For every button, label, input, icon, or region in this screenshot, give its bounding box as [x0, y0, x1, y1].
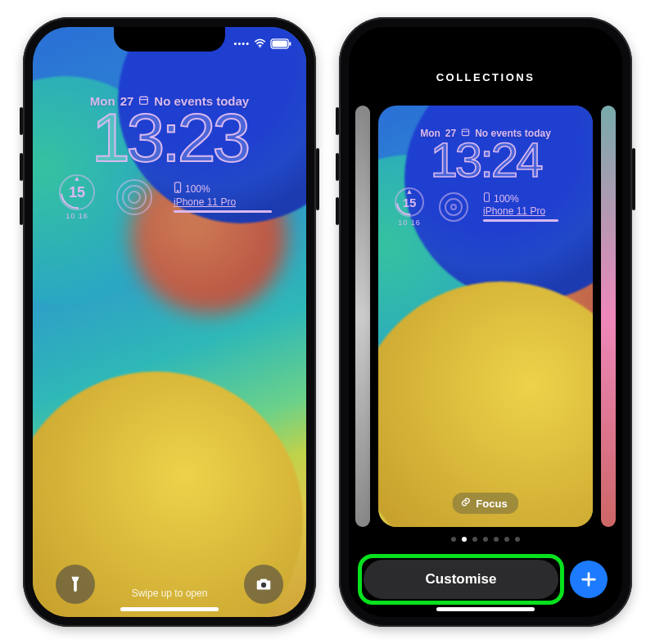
temp: 15	[69, 185, 85, 200]
preview-content: Mon 27 No events today 13:24 ▲15 10 16	[378, 106, 593, 527]
signal-icon: ••••	[234, 38, 250, 48]
widget-row[interactable]: ▲ 15 10 16 100%	[44, 174, 295, 220]
notch	[430, 27, 541, 52]
svg-rect-2	[289, 42, 291, 46]
battery-icon	[270, 38, 291, 49]
svg-point-6	[177, 191, 178, 191]
wallpaper-carousel[interactable]: Mon 27 No events today 13:24 ▲15 10 16	[349, 106, 622, 527]
wifi-icon	[254, 38, 266, 48]
lockscreen-content: •••• Mon 27	[33, 27, 306, 617]
phone-icon	[174, 182, 182, 196]
customise-button[interactable]: Customise	[364, 560, 558, 599]
activity-widget[interactable]	[116, 179, 152, 215]
phone-icon	[483, 192, 490, 205]
add-wallpaper-button[interactable]	[570, 561, 608, 598]
preview-clock: 13:24	[385, 137, 586, 182]
clock[interactable]: 13:23	[44, 106, 295, 169]
svg-rect-10	[485, 193, 490, 202]
svg-point-7	[75, 583, 76, 585]
home-indicator[interactable]	[120, 607, 219, 611]
battery-percent: 100%	[185, 183, 210, 195]
screen-lockscreen[interactable]: •••• Mon 27	[33, 27, 306, 617]
battery-device: iPhone 11 Pro	[174, 196, 236, 208]
page-dots[interactable]	[349, 537, 622, 542]
preview-prev[interactable]	[355, 106, 370, 527]
weather-widget[interactable]: ▲ 15 10 16	[59, 174, 95, 220]
preview-next[interactable]	[601, 106, 616, 527]
svg-rect-3	[272, 40, 287, 47]
screen-collections[interactable]: COLLECTIONS Mon 27 No events today	[349, 27, 622, 617]
battery-widget[interactable]: 100% iPhone 11 Pro	[174, 182, 272, 213]
focus-label: Focus	[476, 498, 507, 510]
swipe-hint: Swipe up to open	[33, 588, 306, 599]
battery-bar	[174, 210, 272, 213]
home-indicator[interactable]	[436, 607, 535, 611]
customise-highlight: Customise	[364, 560, 558, 599]
svg-point-0	[260, 47, 261, 48]
link-icon	[460, 497, 471, 510]
preview-current[interactable]: Mon 27 No events today 13:24 ▲15 10 16	[378, 106, 593, 527]
phone-collections: COLLECTIONS Mon 27 No events today	[339, 17, 632, 627]
phone-lockscreen: •••• Mon 27	[23, 17, 316, 627]
status-bar: ••••	[44, 34, 295, 53]
focus-button[interactable]: Focus	[452, 493, 518, 514]
collections-title: COLLECTIONS	[349, 71, 622, 83]
